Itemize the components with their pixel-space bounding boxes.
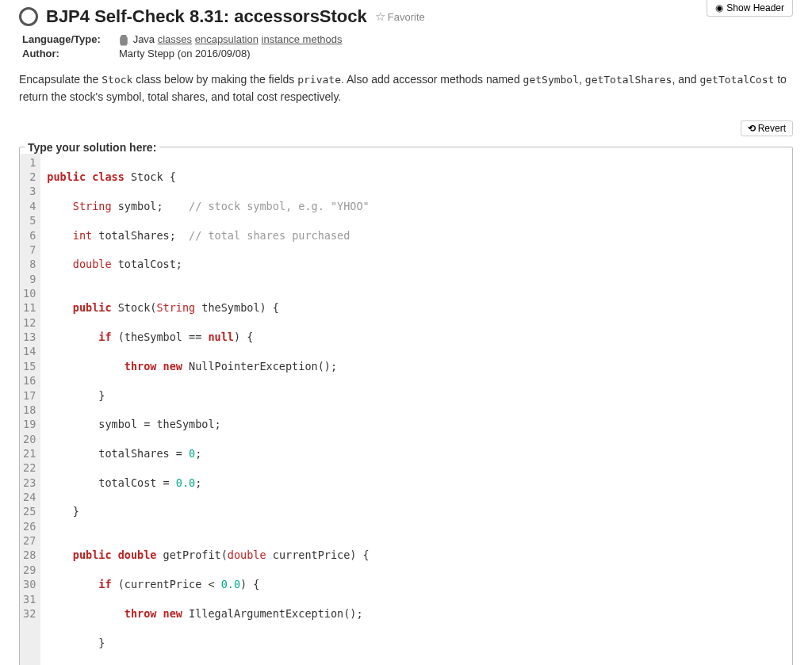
show-header-button[interactable]: Show Header (707, 0, 793, 17)
code-stock: Stock (102, 74, 132, 86)
code-private: private (297, 74, 341, 86)
problem-metadata: Language/Type: Java classes encapsulatio… (22, 33, 793, 59)
show-header-label: Show Header (726, 2, 784, 13)
favorite-label: Favorite (388, 11, 425, 23)
solution-legend: Type your solution here: (25, 141, 159, 154)
author-label: Author: (22, 48, 119, 59)
code-content[interactable]: public class Stock { String symbol; // s… (40, 154, 792, 665)
favorite-button[interactable]: Favorite (375, 10, 425, 24)
status-circle-icon (19, 7, 38, 26)
tag-instance-methods-link[interactable]: instance methods (262, 33, 343, 45)
page-header: BJP4 Self-Check 8.31: accessorsStock Fav… (19, 6, 793, 27)
java-icon (119, 35, 128, 46)
code-getsymbol: getSymbol (523, 74, 579, 86)
language-name: Java (133, 33, 155, 45)
solution-fieldset: Type your solution here: 123456789101112… (19, 141, 793, 665)
tag-classes-link[interactable]: classes (158, 33, 192, 45)
problem-description: Encapsulate the Stock class below by mak… (19, 71, 793, 106)
code-editor[interactable]: 1234567891011121314151617181920212223242… (20, 154, 792, 665)
author-value: Marty Stepp (on 2016/09/08) (119, 48, 251, 59)
revert-icon (748, 123, 756, 134)
language-type-label: Language/Type: (22, 33, 119, 46)
code-gettotalcost: getTotalCost (699, 74, 774, 86)
star-icon (375, 10, 385, 24)
tag-encapsulation-link[interactable]: encapsulation (195, 33, 259, 45)
language-type-value: Java classes encapsulation instance meth… (119, 33, 342, 46)
line-number-gutter: 1234567891011121314151617181920212223242… (20, 154, 40, 665)
page-title: BJP4 Self-Check 8.31: accessorsStock (46, 6, 367, 27)
revert-label: Revert (758, 123, 786, 134)
code-gettotalshares: getTotalShares (585, 74, 672, 86)
eye-icon (715, 2, 723, 13)
revert-button[interactable]: Revert (741, 120, 793, 136)
